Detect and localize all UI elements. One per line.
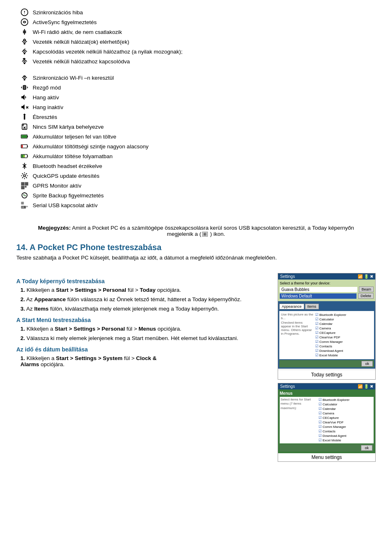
- alarm-icon: [16, 113, 33, 121]
- checkbox-icon: ☑: [315, 331, 318, 335]
- section-14-title: 14. A Pocket PC Phone testreszabása: [16, 243, 376, 252]
- item-clearvue: ☑ClearVue PDF: [315, 335, 372, 339]
- item-label: Calendar: [323, 407, 336, 411]
- start-step-2: 2. Válassza ki mely elemek jelenjenek me…: [16, 335, 270, 341]
- theme-guava: Guava Bubbles: [280, 287, 357, 292]
- checkbox-icon: ☑: [315, 326, 318, 330]
- item-label: Contacts: [319, 345, 332, 348]
- wifi-sync-icon: [16, 74, 33, 82]
- sound-off-icon: [16, 103, 33, 111]
- menu-left-info: Select items for Start menu (7 items max…: [281, 398, 317, 443]
- checkbox-icon: ☑: [315, 344, 318, 348]
- today-step-1-bold1: Start > Settings > Personal: [56, 287, 126, 293]
- menu-screenshot-caption: Menu settings: [278, 453, 375, 461]
- menu-title-label: Menus: [280, 391, 374, 396]
- item-label: Comm Manager: [319, 340, 343, 344]
- screenshot-header: Settings 📶 🔋 ✖: [278, 273, 375, 280]
- svg-rect-36: [23, 206, 24, 208]
- svg-rect-19: [27, 136, 28, 137]
- svg-point-8: [24, 53, 25, 54]
- battery-low-icon: [16, 142, 33, 150]
- start-step-1-bold1: Start > Settings > Personal: [55, 326, 125, 332]
- beam-button[interactable]: Beam: [359, 286, 374, 292]
- svg-point-27: [24, 175, 26, 177]
- icon-row-battery-charging: Akkumulátor töltése folyamatban: [16, 152, 376, 160]
- today-section: A Today képernyő testreszabása 1. Klikke…: [16, 278, 270, 312]
- items-tab[interactable]: Items: [305, 304, 319, 309]
- menu-right-items: ☑Bluetooth Explorer ☑Calculator ☑Calenda…: [318, 398, 373, 443]
- wifi-sync-label: Szinkronizáció Wi-Fi –n keresztül: [33, 75, 114, 81]
- item-label: ClearVue PDF: [319, 336, 340, 339]
- icon-row-battery-low: Akkumulátor töltöttségi szintje nagyon a…: [16, 142, 376, 150]
- menu-item-10: ☑Excel Mobile: [318, 438, 373, 442]
- svg-point-10: [24, 79, 25, 81]
- screenshot-title: Settings: [280, 274, 295, 279]
- bluetooth-icon: [16, 162, 33, 170]
- today-step-2: 2. Az Appearance fülön válassza ki az Ön…: [16, 296, 270, 302]
- time-step-1-text: Klikkeljen a: [27, 355, 56, 361]
- note-text2: ) ikon.: [209, 231, 225, 237]
- start-step-1-num: 1.: [20, 326, 25, 332]
- menu-ok-bar: ok: [280, 444, 374, 452]
- menu-item-3: ☑Calendar: [318, 407, 373, 411]
- alarm-label: Ébresztés: [33, 114, 57, 120]
- menu-screenshot-header: Settings 📶 🔋 ✖: [278, 383, 375, 389]
- icon-row-sound-off: Hang inaktív: [16, 103, 376, 111]
- ok-button[interactable]: ok: [361, 361, 373, 367]
- gprs-icon: [16, 181, 33, 190]
- usb-inline-icon: ⊞: [202, 232, 208, 237]
- today-step-2-text2: fülön válassza ki az Önnek tetsző témát,…: [66, 296, 242, 302]
- item-label: Calculator: [319, 318, 334, 321]
- sound-off-label: Hang inaktív: [33, 104, 63, 110]
- checkbox-icon: ☑: [318, 411, 322, 415]
- svg-rect-34: [26, 206, 28, 207]
- menu-ok-button[interactable]: ok: [361, 445, 372, 451]
- today-heading: A Today képernyő testreszabása: [16, 278, 270, 284]
- delete-button[interactable]: Delete: [358, 293, 374, 299]
- item-label: Download Agent: [323, 434, 346, 438]
- activesync-label: ActiveSync figyelmeztetés: [33, 19, 97, 25]
- text-column: A Today képernyő testreszabása 1. Klikke…: [16, 273, 270, 371]
- svg-rect-35: [22, 206, 22, 208]
- today-step-1-num: 1.: [20, 287, 25, 293]
- start-menu-heading: A Start Menü testreszabása: [16, 317, 270, 323]
- icon-list-2: Szinkronizáció Wi-Fi –n keresztül Rezgő …: [16, 74, 376, 209]
- time-step-1-bold1: Start > Settings > System: [56, 355, 122, 361]
- theme-windows: Windows Default: [280, 293, 356, 299]
- item-label: CECapture: [323, 416, 339, 420]
- start-step-1-text3: opciójára.: [156, 326, 181, 332]
- icon-row-wifi-connected: Vezeték nélküli hálózathoz kapcsolódva: [16, 57, 376, 65]
- checkbox-icon: ☑: [318, 398, 322, 402]
- menu-screenshot-icons: 📶 🔋 ✖: [358, 384, 373, 389]
- today-step-3: 3. Az Items fülön, kiválaszthatja mely e…: [16, 306, 270, 312]
- checkbox-icon: ☑: [318, 438, 322, 442]
- icon-row-activesync: ActiveSync figyelmeztetés: [16, 18, 376, 26]
- icon-row-serial-usb: Serial USB kapcsolat aktív: [16, 201, 376, 209]
- item-label: Bluetooth Explorer: [323, 398, 350, 402]
- checkbox-icon: ☑: [315, 340, 318, 344]
- settings-tabs: Appearance Items: [279, 304, 374, 309]
- today-step-3-text2: fülön, kiválaszthatja mely elemek jelenj…: [49, 306, 219, 312]
- item-label: Excel Mobile: [323, 439, 341, 442]
- sound-on-label: Hang aktív: [33, 94, 59, 101]
- today-step-3-text: Az: [26, 306, 34, 312]
- svg-rect-14: [24, 115, 25, 120]
- svg-point-7: [24, 43, 25, 45]
- screenshot-toolbar-icons: 📶 🔋 ✖: [358, 274, 373, 279]
- battery-full-label: Akkumulátor teljesen fel van töltve: [33, 134, 116, 140]
- item-label: Bluetooth Explorer: [319, 313, 346, 317]
- svg-point-3: [21, 19, 28, 26]
- today-step-1-text: Klikkeljen a: [27, 287, 56, 293]
- menu-item-6: ☑ClearVue PDF: [318, 420, 373, 424]
- time-step-1-alarms: Alarms: [20, 361, 39, 367]
- menu-items-container: Select items for Start menu (7 items max…: [280, 397, 374, 443]
- item-cecapture: ☑CECapture: [315, 331, 372, 335]
- start-step-1: 1. Klkkeljen a Start > Settings > Person…: [16, 326, 270, 332]
- appearance-tab[interactable]: Appearance: [279, 304, 304, 309]
- time-step-1-text2: fül >: [122, 355, 136, 361]
- start-step-1-text: Klkkeljen a: [27, 326, 55, 332]
- icon-row-sound-on: Hang aktív: [16, 93, 376, 101]
- checkbox-icon: ☑: [315, 349, 318, 353]
- quickgps-label: QuickGPS update értesítés: [33, 173, 100, 179]
- today-step-1-text2: fül >: [126, 287, 140, 293]
